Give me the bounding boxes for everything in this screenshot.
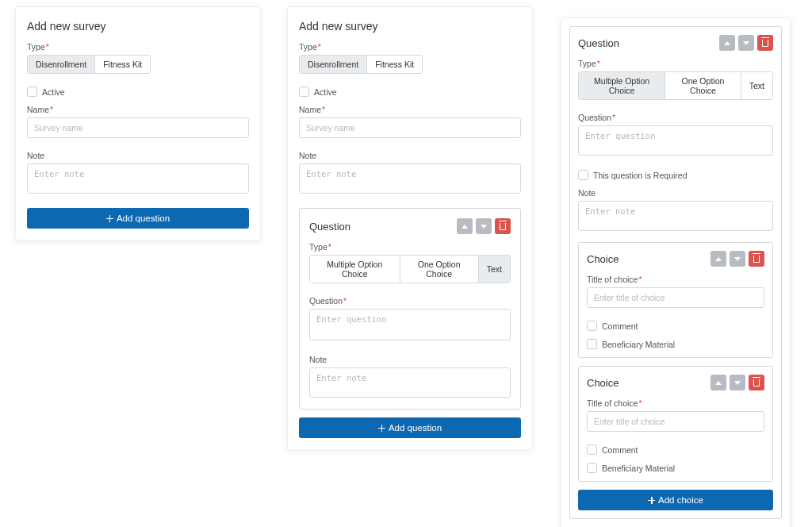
question-note-input[interactable] <box>309 367 511 398</box>
question-label: Question* <box>578 113 773 122</box>
question-label: Question* <box>309 296 511 306</box>
move-up-button[interactable] <box>710 375 726 390</box>
plus-icon <box>378 425 385 432</box>
move-down-button[interactable] <box>476 218 492 234</box>
choice-card: Choice Title of choice* Comment <box>578 366 773 482</box>
choice-card-title: Choice <box>587 253 619 265</box>
arrow-down-icon <box>734 257 741 261</box>
choice-title-input[interactable] <box>587 411 764 432</box>
choice-title-label: Title of choice* <box>587 275 764 284</box>
add-question-label: Add question <box>389 423 442 433</box>
arrow-down-icon <box>743 41 749 45</box>
question-type-segmented: Multiple Option Choice One Option Choice… <box>309 255 511 283</box>
note-input[interactable] <box>27 163 249 194</box>
question-note-input[interactable] <box>578 201 773 231</box>
checkbox-icon <box>578 170 588 180</box>
qtype-option-text[interactable]: Text <box>479 256 510 283</box>
note-input[interactable] <box>299 163 521 194</box>
choice-title-input[interactable] <box>587 287 764 308</box>
name-input[interactable] <box>299 117 521 138</box>
arrow-up-icon <box>715 381 722 385</box>
checkbox-icon <box>587 321 597 331</box>
checkbox-icon <box>299 87 309 97</box>
required-checkbox-row[interactable]: This question is Required <box>578 170 773 180</box>
type-segmented: Disenrollment Fitness Kit <box>27 55 151 74</box>
move-down-button[interactable] <box>730 251 745 267</box>
type-label: Type* <box>299 42 521 52</box>
question-card-title: Question <box>578 37 619 49</box>
arrow-up-icon <box>715 257 722 261</box>
qtype-option-one[interactable]: One Option Choice <box>665 72 741 99</box>
question-card: Question Type* Multiple Option Choice On… <box>299 208 521 410</box>
move-up-button[interactable] <box>710 251 726 267</box>
beneficiary-checkbox-row[interactable]: Beneficiary Material <box>587 463 764 473</box>
choice-card-title: Choice <box>587 377 619 389</box>
comment-checkbox-row[interactable]: Comment <box>587 444 764 455</box>
comment-checkbox-row[interactable]: Comment <box>587 321 764 331</box>
move-down-button[interactable] <box>738 35 754 51</box>
question-type-label: Type* <box>578 59 773 68</box>
note-label: Note <box>299 151 521 160</box>
trash-icon <box>753 379 760 387</box>
qtype-option-text[interactable]: Text <box>741 72 772 99</box>
add-question-button[interactable]: Add question <box>299 417 521 438</box>
note-label: Note <box>27 151 249 160</box>
type-segmented: Disenrollment Fitness Kit <box>299 55 423 74</box>
move-up-button[interactable] <box>457 218 473 234</box>
add-choice-button[interactable]: Add choice <box>578 490 773 510</box>
page-title: Add new survey <box>299 20 521 33</box>
add-question-button[interactable]: Add question <box>27 208 249 229</box>
qtype-option-multiple[interactable]: Multiple Option Choice <box>310 256 400 283</box>
name-label: Name* <box>27 105 249 114</box>
move-down-button[interactable] <box>730 375 745 390</box>
type-label: Type* <box>27 42 249 52</box>
delete-button[interactable] <box>749 251 764 267</box>
arrow-down-icon <box>481 225 487 229</box>
type-option-disenrollment[interactable]: Disenrollment <box>300 56 367 73</box>
beneficiary-label: Beneficiary Material <box>602 340 675 349</box>
page-title: Add new survey <box>27 20 249 33</box>
arrow-down-icon <box>734 381 741 385</box>
question-card: Question Type* Multiple Option Choice On… <box>569 26 782 519</box>
move-up-button[interactable] <box>719 35 735 51</box>
plus-icon <box>106 215 113 222</box>
question-type-segmented: Multiple Option Choice One Option Choice… <box>578 71 773 100</box>
survey-panel-1: Add new survey Type* Disenrollment Fitne… <box>15 6 261 240</box>
question-input[interactable] <box>578 125 773 156</box>
checkbox-icon <box>587 339 597 349</box>
delete-button[interactable] <box>749 375 764 390</box>
active-label: Active <box>314 87 337 97</box>
question-note-label: Note <box>309 355 511 364</box>
add-choice-label: Add choice <box>658 495 703 505</box>
question-input[interactable] <box>309 309 511 340</box>
qtype-option-multiple[interactable]: Multiple Option Choice <box>579 72 665 99</box>
checkbox-icon <box>587 463 597 473</box>
delete-button[interactable] <box>757 35 773 51</box>
arrow-up-icon <box>724 41 730 45</box>
survey-panel-2: Add new survey Type* Disenrollment Fitne… <box>287 6 533 450</box>
survey-panel-3: Question Type* Multiple Option Choice On… <box>561 17 791 527</box>
question-card-title: Question <box>309 221 350 233</box>
checkbox-icon <box>587 444 597 455</box>
active-checkbox-row[interactable]: Active <box>27 87 249 97</box>
trash-icon <box>753 256 760 263</box>
type-option-fitness-kit[interactable]: Fitness Kit <box>95 56 150 73</box>
choice-title-label: Title of choice* <box>587 398 764 408</box>
comment-label: Comment <box>602 321 638 331</box>
trash-icon <box>762 40 768 47</box>
beneficiary-checkbox-row[interactable]: Beneficiary Material <box>587 339 764 349</box>
active-checkbox-row[interactable]: Active <box>299 87 521 97</box>
type-option-fitness-kit[interactable]: Fitness Kit <box>367 56 422 73</box>
active-label: Active <box>42 87 65 97</box>
beneficiary-label: Beneficiary Material <box>602 464 675 473</box>
name-input[interactable] <box>27 117 249 138</box>
question-note-label: Note <box>578 188 773 198</box>
required-label: This question is Required <box>593 171 687 180</box>
choice-card: Choice Title of choice* Comment <box>578 242 773 358</box>
add-question-label: Add question <box>117 213 170 223</box>
delete-button[interactable] <box>495 218 511 234</box>
plus-icon <box>648 497 655 504</box>
qtype-option-one[interactable]: One Option Choice <box>400 256 479 283</box>
comment-label: Comment <box>602 445 638 455</box>
type-option-disenrollment[interactable]: Disenrollment <box>28 56 95 73</box>
